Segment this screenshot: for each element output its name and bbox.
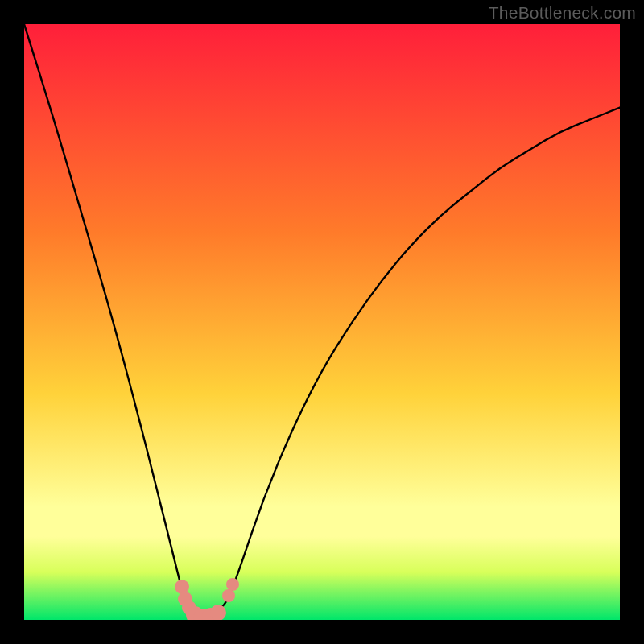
watermark-text: TheBottleneck.com	[489, 3, 636, 23]
data-markers	[24, 24, 620, 620]
chart-frame: TheBottleneck.com	[0, 0, 644, 644]
data-marker	[210, 605, 226, 620]
data-marker	[226, 578, 239, 591]
data-marker	[222, 589, 235, 602]
plot-area	[24, 24, 620, 620]
